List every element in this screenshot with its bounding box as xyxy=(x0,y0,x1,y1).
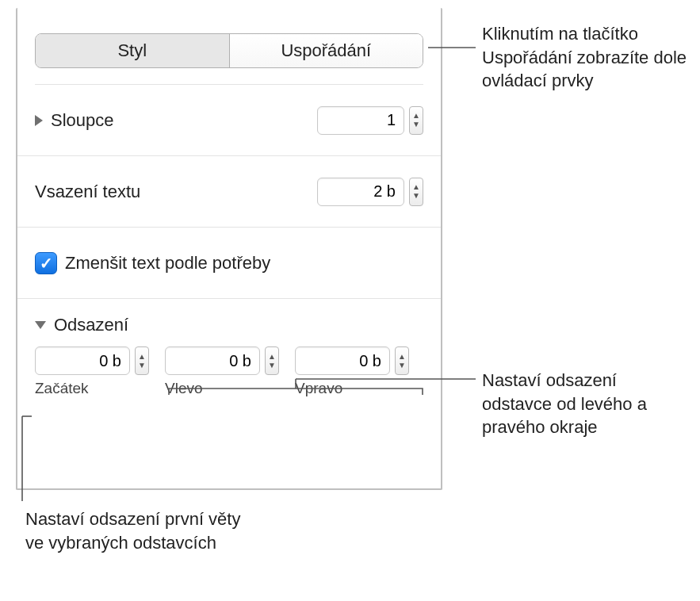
indent-left-col: ▲ ▼ Vlevo xyxy=(165,346,279,397)
callout-layout: Kliknutím na tlačítko Uspořádání zobrazí… xyxy=(482,22,688,93)
callout-left-right: Nastaví odsazení odstavce od levého a pr… xyxy=(482,369,688,439)
indent-left-label: Vlevo xyxy=(165,380,279,397)
tab-bar: Styl Uspořádání xyxy=(35,33,423,68)
indent-right-arrows[interactable]: ▲ ▼ xyxy=(395,346,409,375)
arrow-down-icon[interactable]: ▼ xyxy=(266,362,278,369)
columns-label: Sloupce xyxy=(51,110,114,131)
chevron-right-icon[interactable] xyxy=(35,115,43,126)
tab-style-label: Styl xyxy=(117,40,147,61)
columns-row: Sloupce ▲ ▼ xyxy=(17,85,441,156)
callout-first-line: Nastaví odsazení první věty ve vybraných… xyxy=(25,507,263,554)
shrink-text-checkbox[interactable]: ✓ xyxy=(35,252,57,274)
indent-title-wrap: Odsazení xyxy=(35,315,423,335)
arrow-up-icon[interactable]: ▲ xyxy=(266,353,278,361)
indent-left-arrows[interactable]: ▲ ▼ xyxy=(265,346,279,375)
arrow-up-icon[interactable]: ▲ xyxy=(410,183,423,191)
indent-first-label: Začátek xyxy=(35,380,149,397)
indent-section: Odsazení ▲ ▼ Začátek ▲ ▼ xyxy=(17,299,441,415)
shrink-text-row: ✓ Zmenšit text podle potřeby xyxy=(17,228,441,299)
arrow-down-icon[interactable]: ▼ xyxy=(410,121,423,128)
indent-left-input[interactable] xyxy=(165,346,260,375)
indent-first-col: ▲ ▼ Začátek xyxy=(35,346,149,397)
text-inset-stepper: ▲ ▼ xyxy=(317,178,423,206)
text-inset-label-wrap: Vsazení textu xyxy=(35,182,140,202)
tab-style[interactable]: Styl xyxy=(36,34,230,67)
chevron-down-icon[interactable] xyxy=(35,321,46,329)
indent-first-stepper: ▲ ▼ xyxy=(35,346,149,375)
arrow-up-icon[interactable]: ▲ xyxy=(136,353,148,361)
indent-first-arrows[interactable]: ▲ ▼ xyxy=(135,346,149,375)
columns-stepper: ▲ ▼ xyxy=(317,106,423,135)
columns-input[interactable] xyxy=(317,106,404,135)
shrink-text-label-wrap: ✓ Zmenšit text podle potřeby xyxy=(35,252,270,274)
text-inset-row: Vsazení textu ▲ ▼ xyxy=(17,156,441,228)
format-panel: Styl Uspořádání Sloupce ▲ ▼ Vsazení text… xyxy=(16,8,442,490)
indent-right-col: ▲ ▼ Vpravo xyxy=(295,346,409,397)
indent-right-label: Vpravo xyxy=(295,380,409,397)
indent-right-stepper: ▲ ▼ xyxy=(295,346,409,375)
indent-left-stepper: ▲ ▼ xyxy=(165,346,279,375)
text-inset-stepper-arrows[interactable]: ▲ ▼ xyxy=(409,178,423,206)
tab-layout-label: Uspořádání xyxy=(281,40,371,61)
indent-title: Odsazení xyxy=(54,315,128,335)
text-inset-label: Vsazení textu xyxy=(35,182,140,202)
text-inset-input[interactable] xyxy=(317,178,404,206)
tab-layout[interactable]: Uspořádání xyxy=(230,34,423,67)
columns-label-wrap: Sloupce xyxy=(35,110,114,131)
indent-row: ▲ ▼ Začátek ▲ ▼ Vlevo xyxy=(35,346,423,397)
arrow-up-icon[interactable]: ▲ xyxy=(410,112,423,120)
indent-right-input[interactable] xyxy=(295,346,390,375)
arrow-up-icon[interactable]: ▲ xyxy=(396,353,408,361)
arrow-down-icon[interactable]: ▼ xyxy=(410,192,423,200)
indent-first-input[interactable] xyxy=(35,346,130,375)
arrow-down-icon[interactable]: ▼ xyxy=(136,362,148,369)
columns-stepper-arrows[interactable]: ▲ ▼ xyxy=(409,106,423,135)
arrow-down-icon[interactable]: ▼ xyxy=(396,362,408,369)
shrink-text-label: Zmenšit text podle potřeby xyxy=(65,253,270,274)
